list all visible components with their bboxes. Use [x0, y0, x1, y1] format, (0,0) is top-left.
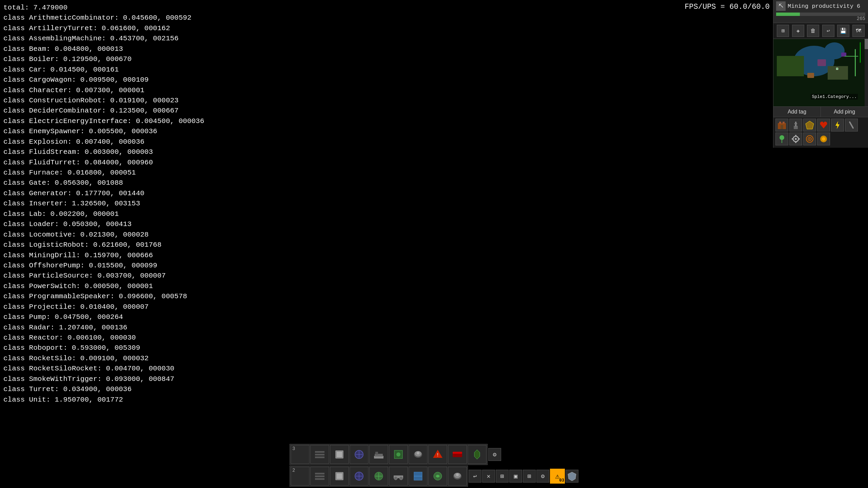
- hotbar-row1-slot-7[interactable]: !: [428, 445, 447, 464]
- hotbar-group-row1: 3 !: [290, 444, 488, 465]
- svg-marker-40: [474, 450, 480, 459]
- svg-point-55: [456, 473, 459, 476]
- hotbar-group-row2: 2: [290, 466, 468, 487]
- progress-bar-fill: [776, 13, 800, 16]
- svg-rect-1: [779, 122, 781, 124]
- icon-cell-factory[interactable]: [775, 119, 788, 131]
- hotbar-row1-slot-1[interactable]: [310, 445, 329, 464]
- svg-marker-7: [806, 121, 814, 129]
- svg-rect-9: [849, 121, 854, 129]
- svg-rect-3: [781, 125, 783, 129]
- hotbar-row1-slot-8[interactable]: [448, 445, 467, 464]
- right-panel: ⛏ Mining productivity 6 265 ⊞ ✚ 🗑 ↩ 💾 🗺: [773, 0, 868, 148]
- svg-rect-14: [795, 141, 796, 143]
- svg-point-10: [780, 135, 784, 140]
- minimap-action-buttons: Add tag Add ping: [773, 107, 868, 117]
- svg-point-49: [394, 476, 397, 480]
- hotbar-row2-slot-4[interactable]: [369, 467, 388, 486]
- bottom-hotbar: 3 !: [290, 444, 578, 488]
- minimap-scrollbar[interactable]: [865, 39, 868, 106]
- svg-rect-45: [337, 473, 342, 479]
- mining-productivity-title: Mining productivity 6: [788, 3, 865, 9]
- hotbar-row1-slot-3[interactable]: [350, 445, 369, 464]
- hotbar-row2-slot-6[interactable]: [409, 467, 428, 486]
- mining-drill-icon: ⛏: [776, 1, 786, 11]
- svg-rect-6: [794, 123, 797, 124]
- icon-cell-lightning[interactable]: [831, 119, 844, 131]
- svg-marker-56: [568, 472, 576, 481]
- svg-rect-39: [453, 452, 462, 454]
- icon-row-1: [775, 119, 866, 131]
- add-tag-button[interactable]: Add tag: [773, 107, 821, 117]
- hotbar-row2-slot-8[interactable]: [448, 467, 467, 486]
- icon-cell-yellow-circle[interactable]: [817, 133, 830, 145]
- icon-cell-turret[interactable]: [789, 119, 802, 131]
- hotbar-row1-settings-btn[interactable]: ⚙: [488, 448, 501, 461]
- hotbar-row1-slot-4[interactable]: [369, 445, 388, 464]
- hotbar-row2-num: 2: [291, 467, 310, 486]
- hotbar-expand-btn[interactable]: ⊞: [523, 470, 536, 483]
- warning-count: 03: [559, 478, 564, 483]
- svg-rect-16: [798, 138, 800, 140]
- minimap-scrollbar-thumb[interactable]: [865, 39, 868, 49]
- toolbar-add-btn[interactable]: ✚: [792, 25, 804, 37]
- hotbar-row1-slot-6[interactable]: [409, 445, 428, 464]
- icon-cell-gear[interactable]: [789, 133, 802, 145]
- icon-cell-target[interactable]: [803, 133, 816, 145]
- hotbar-grid-btn[interactable]: ⊞: [496, 470, 509, 483]
- debug-text-area: total: 7.479000 class ArithmeticCombinat…: [0, 0, 208, 408]
- hotbar-row1-slot-9[interactable]: [468, 445, 487, 464]
- toolbar-grid-btn[interactable]: ⊞: [777, 25, 789, 37]
- svg-rect-43: [315, 478, 324, 480]
- hotbar-row2-slot-5[interactable]: [389, 467, 408, 486]
- toolbar-save-btn[interactable]: 💾: [837, 25, 849, 37]
- svg-rect-2: [783, 122, 785, 124]
- icon-cell-pin[interactable]: [775, 133, 788, 145]
- svg-point-21: [822, 137, 825, 141]
- mining-productivity-bar: ⛏ Mining productivity 6 265: [773, 0, 868, 23]
- hotbar-row1-num: 3: [291, 445, 310, 464]
- svg-marker-8: [835, 121, 840, 129]
- warning-icon-btn[interactable]: ⚠ 03: [550, 469, 565, 484]
- progress-percent: 265: [776, 16, 865, 21]
- hotbar-row2-slot-1[interactable]: [310, 467, 329, 486]
- svg-rect-26: [337, 452, 342, 457]
- minimap-label: Sple1.Category...: [811, 94, 858, 100]
- svg-rect-23: [315, 454, 324, 455]
- svg-rect-30: [375, 452, 378, 454]
- svg-rect-24: [315, 456, 324, 458]
- hotbar-row1-slot-2[interactable]: [330, 445, 349, 464]
- hotbar-settings-btn[interactable]: ⚙: [536, 470, 549, 483]
- icon-row-2: [775, 133, 866, 145]
- toolbar-icons: ⊞ ✚ 🗑 ↩ 💾 🗺: [773, 23, 868, 39]
- svg-rect-22: [315, 451, 324, 453]
- svg-rect-15: [792, 138, 793, 140]
- svg-point-50: [399, 476, 403, 480]
- add-ping-button[interactable]: Add ping: [821, 107, 868, 117]
- svg-rect-13: [795, 135, 796, 137]
- hotbar-row2-slot-7[interactable]: [428, 467, 447, 486]
- fps-counter: FPS/UPS = 60.0/60.0: [685, 3, 770, 11]
- icon-cell-wrench[interactable]: [845, 119, 858, 131]
- hotbar-row-1: 3 !: [290, 444, 578, 465]
- icon-grid: [773, 117, 868, 148]
- icon-cell-gem[interactable]: [803, 119, 816, 131]
- hotbar-row1-slot-5[interactable]: [389, 445, 408, 464]
- hotbar-row2-slot-3[interactable]: [350, 467, 369, 486]
- hotbar-cancel-btn[interactable]: ✕: [482, 470, 495, 483]
- hotbar-undo-btn[interactable]: ↩: [469, 470, 481, 483]
- hotbar-row2-actions: ↩ ✕ ⊞ ▣ ⊞ ⚙ ⚠ 03: [469, 469, 578, 484]
- svg-point-32: [396, 452, 400, 456]
- minimap[interactable]: Sple1.Category...: [773, 39, 868, 107]
- toolbar-undo-btn[interactable]: ↩: [822, 25, 834, 37]
- icon-cell-heart[interactable]: [817, 119, 830, 131]
- hotbar-row-2: 2: [290, 466, 578, 487]
- svg-point-19: [809, 138, 810, 140]
- svg-rect-42: [315, 475, 324, 477]
- hotbar-square-btn[interactable]: ▣: [509, 470, 522, 483]
- hotbar-row2-slot-2[interactable]: [330, 467, 349, 486]
- toolbar-map-btn[interactable]: 🗺: [852, 25, 865, 37]
- toolbar-delete-btn[interactable]: 🗑: [807, 25, 819, 37]
- progress-bar: [776, 13, 865, 16]
- hotbar-shield-btn[interactable]: [566, 470, 578, 483]
